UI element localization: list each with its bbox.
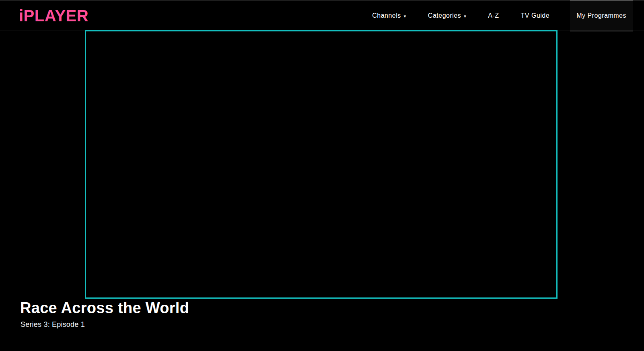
nav-categories-label: Categories [428,12,461,19]
nav-tv-guide-label: TV Guide [521,12,550,19]
nav-item-my-programmes[interactable]: My Programmes [570,0,633,31]
episode-subtitle: Series 3: Episode 1 [21,320,85,329]
primary-nav: Channels ▾ Categories ▾ A-Z TV Guide My … [361,1,633,31]
video-player[interactable] [85,30,558,299]
nav-my-programmes-label: My Programmes [576,12,626,19]
iplayer-page: iPLAYER Channels ▾ Categories ▾ A-Z TV G… [0,0,644,351]
nav-channels-label: Channels [372,12,401,19]
programme-title: Race Across the World [20,299,189,317]
nav-item-a-z[interactable]: A-Z [477,1,510,31]
nav-item-tv-guide[interactable]: TV Guide [510,1,561,31]
nav-item-categories[interactable]: Categories ▾ [417,1,477,31]
chevron-down-icon: ▾ [404,14,406,19]
chevron-down-icon: ▾ [464,14,466,19]
nav-a-z-label: A-Z [488,12,499,19]
nav-item-channels[interactable]: Channels ▾ [361,1,417,31]
header: iPLAYER Channels ▾ Categories ▾ A-Z TV G… [0,0,644,31]
iplayer-logo[interactable]: iPLAYER [19,1,88,31]
